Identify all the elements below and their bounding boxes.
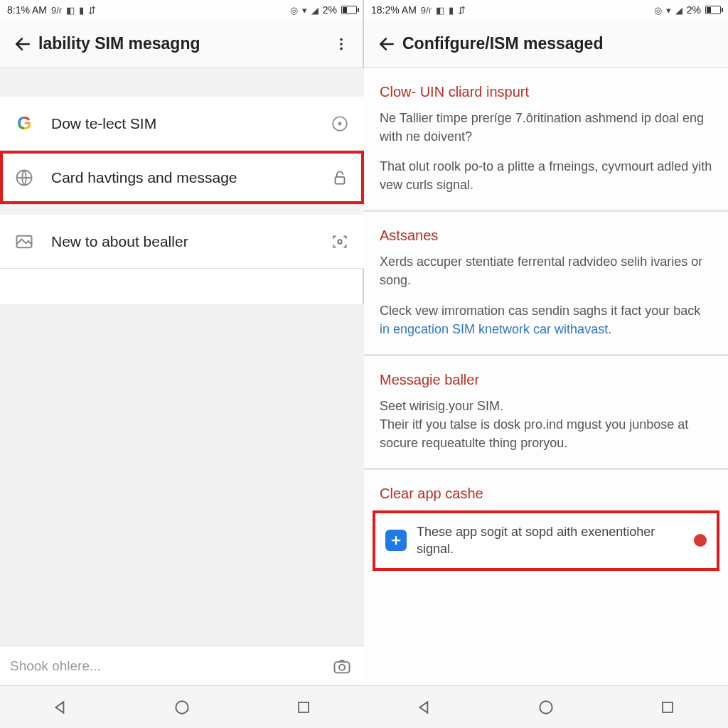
left-content: G Dow te-lect SIM Card havtings and mess… <box>0 68 364 728</box>
nav-recents[interactable] <box>288 692 319 723</box>
row-select-sim[interactable]: G Dow te-lect SIM <box>0 97 364 151</box>
section-body: Ne Tallier timpe preríge 7.ôritination a… <box>380 109 712 146</box>
nav-home[interactable] <box>166 692 198 723</box>
battery-pct: 2% <box>323 4 337 16</box>
svg-rect-10 <box>335 662 350 673</box>
left-pane: 8:1% AM 9/r ◧ ▮ ⇵ ◎ ▾ ◢ 2% lability SIM … <box>0 0 364 728</box>
card-icon: ▮ <box>79 6 84 15</box>
search-bar[interactable]: Shook ohlere... <box>0 646 364 685</box>
square-recents-icon <box>295 699 312 716</box>
status-tag: 9/r <box>51 6 62 15</box>
battery-icon <box>705 6 721 14</box>
back-arrow-icon <box>14 35 32 53</box>
svg-point-1 <box>340 38 343 41</box>
row-about[interactable]: New to about bealler <box>0 215 364 269</box>
section-astsanes: Astsanes Xerds accuper stentiate ferrent… <box>364 212 728 341</box>
status-bar: 18:2% AM 9/r ◧ ▮ ⇵ ◎ ▾ ◢ 2% <box>364 0 728 20</box>
sim-network-link[interactable]: in engcation SIM knetwork car withavast. <box>380 322 611 336</box>
clock: 8:1% AM <box>7 4 47 16</box>
section-heading: Clear app cashe <box>380 486 712 502</box>
battery-icon <box>341 6 357 14</box>
back-button[interactable] <box>371 28 402 60</box>
kebab-icon <box>333 36 349 52</box>
wifi-icon: ▾ <box>302 6 307 15</box>
wifi-icon: ▾ <box>666 6 671 15</box>
nav-bar <box>0 685 364 728</box>
globe-icon <box>11 165 37 191</box>
svg-point-5 <box>338 122 341 124</box>
back-arrow-icon <box>378 35 396 53</box>
svg-point-13 <box>176 701 188 713</box>
square-recents-icon <box>659 699 676 716</box>
circle-home-icon <box>537 698 555 717</box>
section-body: Xerds accuper stentiate ferrental radvid… <box>380 252 712 289</box>
target-icon: ◎ <box>654 6 662 15</box>
section-clear-cache: Clear app cashe <box>364 470 728 502</box>
nav-home[interactable] <box>530 692 562 723</box>
nav-bar <box>364 685 728 728</box>
section-message-baller: Messagie baller Seet wirisig.your SIM. T… <box>364 356 728 455</box>
triangle-back-icon <box>415 698 434 717</box>
lock-icon <box>327 165 353 191</box>
camera-icon[interactable] <box>330 654 354 678</box>
row-gap <box>0 205 364 215</box>
left-empty-area <box>0 304 364 685</box>
right-content[interactable]: Clow- UIN cliard inspurt Ne Tallier timp… <box>364 68 728 685</box>
row-label: Card havtings and message <box>51 169 313 186</box>
image-icon <box>11 229 37 255</box>
right-pane: 18:2% AM 9/r ◧ ▮ ⇵ ◎ ▾ ◢ 2% Confifgure/I… <box>364 0 728 728</box>
svg-point-2 <box>340 43 343 46</box>
list-top-gap <box>0 68 364 97</box>
svg-rect-20 <box>663 702 673 712</box>
nav-recents[interactable] <box>652 692 683 723</box>
status-dot-icon <box>694 534 707 547</box>
scan-icon <box>327 229 353 255</box>
row-label: New to about bealler <box>51 233 313 250</box>
update-icon: ◧ <box>66 6 75 15</box>
triangle-back-icon <box>51 698 70 717</box>
section-body: Seet wirisig.your SIM. Their itf you tal… <box>380 397 712 452</box>
section-heading: Astsanes <box>380 228 712 244</box>
status-tag: 9/r <box>421 6 432 15</box>
status-bar: 8:1% AM 9/r ◧ ▮ ⇵ ◎ ▾ ◢ 2% <box>0 0 364 20</box>
cell-icon: ◢ <box>675 6 682 15</box>
circle-home-icon <box>173 698 191 717</box>
svg-rect-7 <box>336 176 345 183</box>
svg-rect-14 <box>299 702 309 712</box>
target-icon: ◎ <box>290 6 298 15</box>
app-bar: lability SIM mesagng <box>0 20 364 68</box>
svg-point-9 <box>338 240 341 243</box>
nav-back[interactable] <box>409 692 440 723</box>
svg-marker-18 <box>420 702 428 712</box>
signal-mini-icon: ⇵ <box>458 6 466 15</box>
battery-pct: 2% <box>687 4 701 16</box>
section-sub: Cleck vew imromation cas sendin saghs it… <box>380 301 712 338</box>
svg-point-19 <box>540 701 552 713</box>
update-icon: ◧ <box>436 6 444 15</box>
svg-point-3 <box>340 47 343 50</box>
clock: 18:2% AM <box>371 4 417 16</box>
search-placeholder: Shook ohlere... <box>10 658 321 674</box>
nav-back[interactable] <box>45 692 76 723</box>
plus-icon <box>385 530 407 551</box>
google-icon: G <box>11 111 37 136</box>
section-sub: That olut roolk po-to a plitte a frneing… <box>380 157 712 194</box>
row-label: Dow te-lect SIM <box>51 115 313 132</box>
card-icon: ▮ <box>449 6 454 15</box>
section-heading: Messagie baller <box>380 372 712 388</box>
app-title: lability SIM mesagng <box>38 34 200 53</box>
back-button[interactable] <box>7 28 38 60</box>
app-bar: Confifgure/ISM messaged <box>364 20 728 68</box>
clear-cache-text: These app sogit at sopd aith exenentiohe… <box>417 523 684 558</box>
app-title: Confifgure/ISM messaged <box>402 34 603 53</box>
cell-icon: ◢ <box>311 6 318 15</box>
section-heading: Clow- UIN cliard inspurt <box>380 84 712 100</box>
info-icon <box>327 111 353 136</box>
row-card-messages[interactable]: Card havtings and message <box>0 151 364 205</box>
section-sub-text: Cleck vew imromation cas sendin saghs it… <box>380 304 700 318</box>
section-uin: Clow- UIN cliard inspurt Ne Tallier timp… <box>364 68 728 197</box>
overflow-menu-button[interactable] <box>326 28 357 60</box>
clear-cache-item[interactable]: These app sogit at sopd aith exenentiohe… <box>373 510 719 571</box>
svg-marker-12 <box>56 702 64 712</box>
svg-point-11 <box>339 664 345 670</box>
